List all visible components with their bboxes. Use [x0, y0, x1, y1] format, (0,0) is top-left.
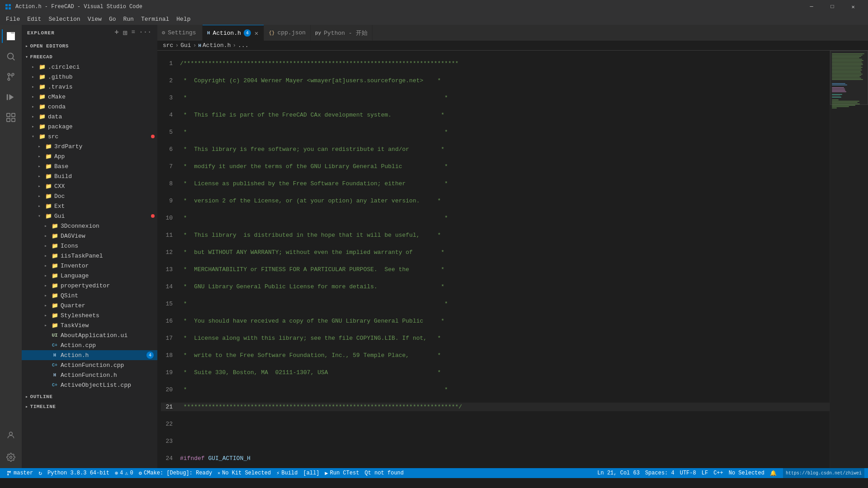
timeline-section[interactable]: ▸ TIMELINE [22, 402, 157, 412]
collapse-all-icon[interactable]: ≡ [131, 28, 135, 38]
freecad-section[interactable]: ▾ FREECAD [22, 52, 157, 62]
editor-area: ⚙ Settings H Action.h 4 ✕ {} cpp.json py… [157, 25, 868, 468]
close-button[interactable]: ✕ [843, 0, 863, 14]
cmake-status[interactable]: ⚙ CMake: [Debug]: Ready [136, 468, 215, 478]
tree-item-base[interactable]: ▸ 📁 Base [22, 161, 157, 171]
tree-item-inventor[interactable]: ▸ 📁 Inventor [22, 261, 157, 271]
search-activity-icon[interactable] [2, 47, 20, 66]
app-icon [5, 3, 12, 10]
tab-python[interactable]: py Python - 开始 [311, 25, 372, 41]
tree-item-language[interactable]: ▸ 📁 Language [22, 271, 157, 281]
menu-view[interactable]: View [84, 15, 105, 23]
tab-settings[interactable]: ⚙ Settings [157, 25, 203, 41]
explorer-activity-icon[interactable] [2, 27, 20, 45]
spaces-status[interactable]: Spaces: 4 [642, 468, 677, 478]
breadcrumb-ellipsis[interactable]: ... [238, 42, 248, 49]
encoding-status[interactable]: UTF-8 [677, 468, 699, 478]
all-status[interactable]: [all] [301, 468, 322, 478]
tree-item-actionfunction-h[interactable]: ▸ H ActionFunction.h [22, 370, 157, 380]
action-h-tab-label: Action.h [213, 30, 241, 37]
gui-modified-dot [151, 214, 155, 218]
tree-item-github[interactable]: ▸ 📁 .github [22, 72, 157, 82]
breadcrumb: src › Gui › H Action.h › ... [157, 41, 868, 51]
tree-item-3rdparty[interactable]: ▸ 📁 3rdParty [22, 141, 157, 151]
run-debug-activity-icon[interactable] [2, 88, 20, 106]
action-h-tab-close[interactable]: ✕ [254, 28, 259, 38]
tree-item-build[interactable]: ▸ 📁 Build [22, 171, 157, 181]
source-control-activity-icon[interactable] [2, 68, 20, 86]
sync-status[interactable]: ↻ [36, 468, 45, 478]
breadcrumb-src[interactable]: src [163, 42, 173, 49]
menu-edit[interactable]: Edit [24, 15, 45, 23]
tab-cpp-json[interactable]: {} cpp.json [264, 25, 311, 41]
minimize-button[interactable]: ─ [801, 0, 822, 14]
menu-selection[interactable]: Selection [45, 15, 84, 23]
no-kit-status[interactable]: ✕ No Kit Selected [215, 468, 274, 478]
svg-point-10 [8, 78, 10, 80]
tree-item-activeobjectlist-cpp[interactable]: ▸ C+ ActiveObjectList.cpp [22, 380, 157, 390]
3rdparty-folder-icon: 📁 [44, 143, 52, 150]
settings-tab-label: Settings [168, 29, 196, 36]
cxx-folder-icon: 📁 [44, 183, 52, 190]
menu-run[interactable]: Run [119, 15, 137, 23]
tree-item-3dconnexion[interactable]: ▸ 📁 3Dconnexion [22, 221, 157, 231]
line-ending-status[interactable]: LF [699, 468, 711, 478]
menu-terminal[interactable]: Terminal [137, 15, 173, 23]
tree-item-cxx[interactable]: ▸ 📁 CXX [22, 181, 157, 191]
tree-item-app[interactable]: ▸ 📁 App [22, 151, 157, 161]
tree-item-ext[interactable]: ▸ 📁 Ext [22, 201, 157, 211]
more-actions-icon[interactable]: ··· [139, 28, 152, 38]
table-row: 12 * but WITHOUT ANY WARRANTY; without e… [161, 248, 830, 257]
encoding-label: UTF-8 [680, 470, 696, 476]
outline-section[interactable]: ▸ OUTLINE [22, 392, 157, 402]
tree-item-cmake[interactable]: ▸ 📁 cMake [22, 92, 157, 102]
tree-item-quarter[interactable]: ▸ 📁 Quarter [22, 300, 157, 310]
open-editors-section[interactable]: ▸ OPEN EDITORS [22, 41, 157, 51]
notifications-status[interactable]: 🔔 [767, 468, 779, 478]
tree-item-qsint[interactable]: ▸ 📁 QSint [22, 291, 157, 300]
tree-item-stylesheets[interactable]: ▸ 📁 Stylesheets [22, 310, 157, 320]
no-selected-status[interactable]: No Selected [726, 468, 767, 478]
tree-item-action-h[interactable]: ▸ H Action.h 4 [22, 350, 157, 360]
tree-item-propertyeditor[interactable]: ▸ 📁 propertyeditor [22, 281, 157, 291]
breadcrumb-gui[interactable]: Gui [180, 42, 191, 49]
qt-not-found-status[interactable]: Qt not found [362, 468, 406, 478]
settings-activity-icon[interactable] [2, 448, 20, 466]
errors-status[interactable]: ⊗ 4 ⚠ 0 [112, 468, 136, 478]
menu-help[interactable]: Help [173, 15, 194, 23]
svg-rect-15 [7, 118, 10, 122]
menu-file[interactable]: File [2, 15, 24, 23]
tree-item-gui[interactable]: ▾ 📁 Gui [22, 211, 157, 221]
run-ctest-status[interactable]: ▶ Run CTest [322, 468, 362, 478]
tree-item-action-cpp[interactable]: ▸ C+ Action.cpp [22, 340, 157, 350]
menu-go[interactable]: Go [105, 15, 120, 23]
language-mode-status[interactable]: C++ [711, 468, 726, 478]
cursor-position-status[interactable]: Ln 21, Col 63 [594, 468, 642, 478]
tree-item-taskview[interactable]: ▸ 📁 TaskView [22, 320, 157, 330]
tree-item-travis[interactable]: ▸ 📁 .travis [22, 82, 157, 92]
code-content[interactable]: 1/**************************************… [157, 51, 830, 468]
tree-item-package[interactable]: ▸ 📁 package [22, 122, 157, 131]
maximize-button[interactable]: □ [822, 0, 843, 14]
accounts-activity-icon[interactable] [2, 426, 20, 444]
git-branch-status[interactable]: master [4, 468, 36, 478]
tree-item-dagview[interactable]: ▸ 📁 DAGView [22, 231, 157, 241]
tab-action-h[interactable]: H Action.h 4 ✕ [203, 25, 264, 41]
main-layout: EXPLORER + ⊞ ≡ ··· ▸ OPEN EDITORS ▾ FREE… [0, 25, 868, 468]
tree-item-circleci[interactable]: ▸ 📁 .circleci [22, 62, 157, 72]
breadcrumb-action-h[interactable]: Action.h [203, 42, 231, 49]
table-row: 6 * This library is free software; you c… [161, 145, 830, 154]
tree-item-conda[interactable]: ▸ 📁 conda [22, 102, 157, 112]
tree-item-src[interactable]: ▾ 📁 src [22, 131, 157, 141]
build-status[interactable]: ⚡ Build [274, 468, 300, 478]
tree-item-doc[interactable]: ▸ 📁 Doc [22, 191, 157, 201]
tree-item-actionfunction-cpp[interactable]: ▸ C+ ActionFunction.cpp [22, 360, 157, 370]
tree-item-aboutapplication-ui[interactable]: ▸ UI AboutApplication.ui [22, 330, 157, 340]
new-folder-icon[interactable]: ⊞ [123, 28, 128, 38]
tree-item-iistaskpanel[interactable]: ▸ 📁 iisTaskPanel [22, 251, 157, 261]
python-version-status[interactable]: Python 3.8.3 64-bit [45, 468, 112, 478]
tree-item-icons[interactable]: ▸ 📁 Icons [22, 241, 157, 251]
new-file-icon[interactable]: + [114, 28, 119, 38]
extensions-activity-icon[interactable] [2, 108, 20, 127]
tree-item-data[interactable]: ▸ 📁 data [22, 112, 157, 122]
